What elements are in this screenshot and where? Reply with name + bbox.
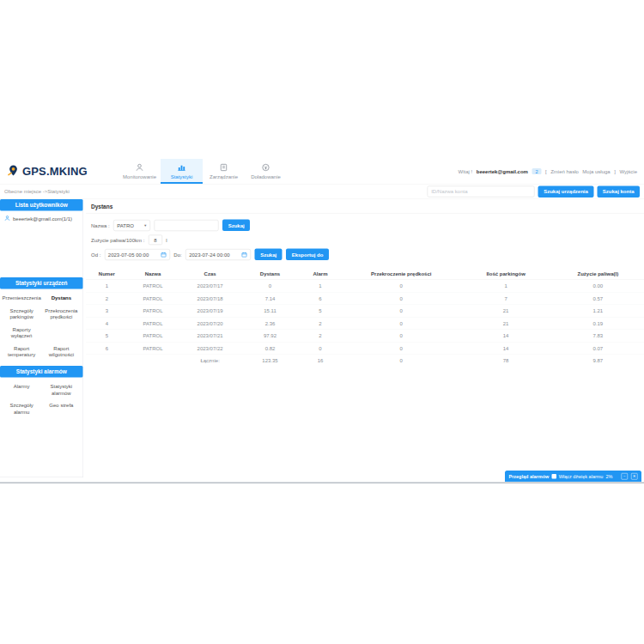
- person-icon: [135, 163, 144, 173]
- search-device-button[interactable]: Szukaj urządzenia: [538, 185, 594, 197]
- table-cell: 2023/07/17: [178, 280, 242, 293]
- screen-bottom-edge: [0, 483, 644, 484]
- message-count-badge[interactable]: 2: [532, 168, 541, 174]
- sidebar-link[interactable]: Raport temperatury: [2, 345, 41, 358]
- table-cell: 21: [460, 317, 552, 330]
- table-cell: 0: [343, 305, 460, 318]
- chevron-down-icon: ▼: [143, 223, 147, 228]
- sub-bar: Obecne miejsce ->Statystyki Szukaj urząd…: [0, 184, 644, 199]
- coin-icon: [261, 163, 270, 173]
- date-to-input[interactable]: 2023-07-24 00:00: [185, 249, 251, 260]
- sidebar-link[interactable]: Przekroczenia prędkości: [41, 307, 81, 320]
- account-search-input[interactable]: [428, 186, 535, 197]
- date-from-label: Od :: [91, 252, 100, 258]
- name-search-button[interactable]: Szukaj: [222, 220, 250, 232]
- table-row: 3PATROL2023/07/1915.1150211.21: [86, 305, 644, 318]
- account-search: Szukaj urządzenia Szukaj konta: [428, 185, 640, 197]
- my-service-link[interactable]: Moja usługa: [582, 168, 610, 174]
- table-cell: 2023/07/20: [178, 317, 242, 330]
- table-cell: 5: [298, 305, 343, 318]
- table-cell: 5: [86, 330, 128, 343]
- table-cell: Łącznie:: [178, 355, 242, 367]
- table-cell: 0: [343, 317, 460, 330]
- sidebar-link[interactable]: Dystans: [41, 295, 81, 302]
- tab-statystyki[interactable]: Statystyki: [161, 159, 203, 184]
- table-row: 6PATROL2023/07/220.8200140.07: [86, 342, 644, 355]
- table-cell: 0.00: [552, 280, 644, 293]
- tab-monitorowanie[interactable]: Monitorowanie: [118, 159, 161, 184]
- table-cell: 0.19: [552, 317, 644, 330]
- table-cell: 9.87: [552, 355, 644, 367]
- screenshot-canvas: GPS.MKING MonitorowanieStatystykiZarządz…: [0, 0, 644, 644]
- table-cell: 2.36: [242, 317, 298, 330]
- column-header: Ilość parkingów: [460, 268, 552, 280]
- table-header-row: NumerNazwaCzasDystansAlarmPrzekroczenie …: [86, 268, 644, 280]
- column-header: Nazwa: [128, 268, 179, 280]
- sidebar-link[interactable]: Raporty wyłączeń: [2, 326, 41, 339]
- table-cell: PATROL: [128, 342, 179, 355]
- alarm-stats-header: Statystyki alarmów: [0, 366, 83, 378]
- column-header: Dystans: [242, 268, 298, 280]
- date-from-input[interactable]: 2023-07-05 00:00: [105, 249, 170, 260]
- sidebar-link[interactable]: Raport wilgotności: [41, 345, 81, 358]
- table-cell: 0: [343, 330, 460, 343]
- tab-zarządzanie[interactable]: Zarządzanie: [203, 159, 245, 184]
- sidebar-link[interactable]: Przemieszczenia: [2, 295, 41, 302]
- tab-label: Zarządzanie: [210, 174, 238, 180]
- bracket-open: [: [545, 168, 547, 174]
- sidebar-user-item[interactable]: beeertek@gmail.com(1/1): [0, 211, 83, 228]
- table-cell: 0: [242, 280, 298, 293]
- date-from-value: 2023-07-05 00:00: [108, 252, 149, 258]
- alarm-overview-bar[interactable]: Przegląd alarmów Włącz dźwięk alarmu 2% …: [505, 471, 641, 482]
- change-password-link[interactable]: Zmień hasło: [550, 168, 579, 174]
- table-cell: 3: [86, 305, 128, 318]
- top-bar: GPS.MKING MonitorowanieStatystykiZarządz…: [0, 159, 644, 184]
- table-cell: 21: [460, 305, 552, 318]
- calendar-icon[interactable]: [241, 252, 247, 258]
- logo: GPS.MKING: [7, 164, 113, 179]
- name-select-value: PATRO: [117, 222, 134, 228]
- table-cell: 1: [86, 280, 128, 293]
- panel-title: Dystans: [86, 199, 644, 214]
- table-cell: 0: [343, 292, 460, 305]
- fuel-consumption-input[interactable]: [149, 235, 162, 246]
- table-cell: 2023/07/19: [178, 305, 242, 318]
- table-cell: 2023/07/18: [178, 292, 242, 305]
- name-search-input[interactable]: [155, 220, 219, 231]
- sidebar-link[interactable]: Geo strefa: [41, 403, 81, 416]
- alarm-stats-links: AlarmyStatystyki alarmówSzczegóły alarmu…: [0, 378, 83, 422]
- sidebar-link[interactable]: Statystyki alarmów: [41, 384, 81, 397]
- body: Lista użytkowników beeertek@gmail.com(1/…: [0, 199, 644, 477]
- table-cell: 1: [460, 280, 552, 293]
- table-cell: PATROL: [128, 317, 179, 330]
- minimize-icon[interactable]: −: [622, 473, 629, 480]
- fuel-label: Zużycie paliwa/100km :: [91, 237, 144, 243]
- table-row: 4PATROL2023/07/202.3620210.19: [86, 317, 644, 330]
- sidebar-link[interactable]: Szczegóły alarmu: [2, 403, 41, 416]
- sidebar-link[interactable]: Alarmy: [2, 384, 41, 397]
- date-to-value: 2023-07-24 00:00: [189, 252, 229, 258]
- gps-pin-icon: [7, 164, 20, 179]
- table-cell: 6: [298, 292, 343, 305]
- device-stats-header: Statystyki urządzeń: [0, 277, 83, 289]
- table-cell: 4: [86, 317, 128, 330]
- search-account-button[interactable]: Szukaj konta: [597, 185, 640, 197]
- sidebar-user-label: beeertek@gmail.com(1/1): [13, 216, 72, 222]
- users-list-header: Lista użytkowników: [0, 199, 83, 211]
- table-cell: 2023/07/22: [178, 342, 242, 355]
- breadcrumb: Obecne miejsce ->Statystyki: [4, 189, 70, 195]
- tab-doładowanie[interactable]: Doładowanie: [245, 159, 287, 184]
- bracket-close: ]: [614, 168, 616, 174]
- table-cell: [128, 355, 179, 367]
- logout-link[interactable]: Wyjście: [619, 168, 637, 174]
- calendar-icon[interactable]: [161, 252, 167, 258]
- alarm-sound-checkbox[interactable]: [551, 474, 556, 479]
- sidebar-link[interactable]: Szczegóły parkingów: [2, 307, 41, 320]
- export-button[interactable]: Eksportuj do: [286, 249, 329, 261]
- filter-row-fuel: Zużycie paliwa/100km : l: [91, 235, 639, 246]
- user-avatar-icon: [4, 216, 10, 223]
- date-search-button[interactable]: Szukaj: [255, 249, 283, 261]
- name-select[interactable]: PATRO ▼: [113, 220, 150, 231]
- close-icon[interactable]: ✕: [631, 473, 638, 480]
- column-header: Czas: [178, 268, 242, 280]
